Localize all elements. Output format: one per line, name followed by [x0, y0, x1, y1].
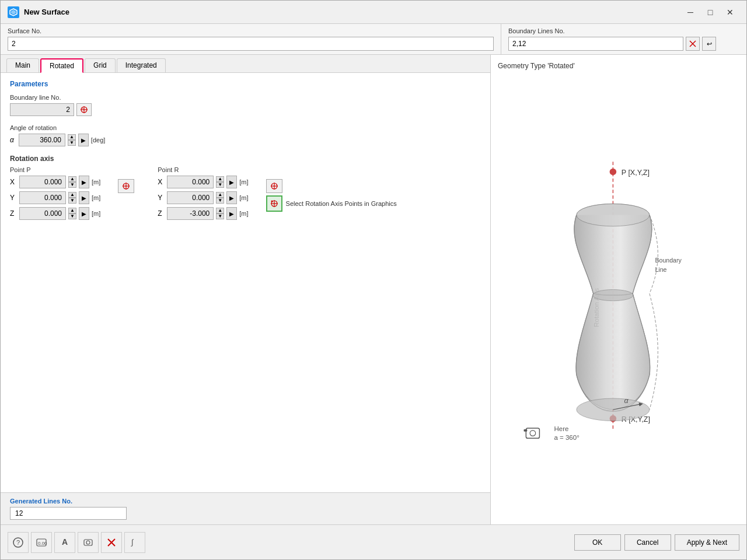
main-window: New Surface ─ □ ✕ Surface No. Boundary L… — [0, 0, 747, 560]
point-r-select-btn[interactable] — [266, 179, 282, 193]
point-r-x-input[interactable] — [167, 176, 214, 188]
cancel-button[interactable]: Cancel — [624, 534, 671, 551]
boundary-line-no-label: Boundary line No. — [10, 94, 481, 101]
point-p-x-label: X — [10, 178, 17, 186]
help-icon-btn[interactable]: ? — [8, 532, 29, 553]
point-p-z-spinner: ▲ ▼ — [68, 208, 76, 219]
parameters-title: Parameters — [10, 80, 481, 88]
point-r-z-input[interactable] — [167, 207, 214, 220]
point-r-z-spin-up[interactable]: ▲ — [216, 208, 224, 214]
point-r-y-input[interactable] — [167, 191, 214, 204]
maximize-button[interactable]: □ — [701, 4, 720, 20]
boundary-line-no-row — [10, 103, 481, 116]
point-r-x-spin-down[interactable]: ▼ — [216, 182, 224, 188]
close-button[interactable]: ✕ — [721, 4, 739, 20]
text-icon-btn[interactable]: A — [54, 532, 75, 553]
point-p-z-row: Z ▲ ▼ ▶ [m] — [10, 207, 100, 220]
svg-point-19 — [610, 168, 617, 175]
alpha-symbol: α — [10, 136, 14, 144]
svg-text:0.00: 0.00 — [38, 541, 47, 546]
angle-spinner: ▲ ▼ — [68, 134, 76, 146]
point-p-y-row: Y ▲ ▼ ▶ [m] — [10, 191, 100, 204]
boundary-lines-undo-btn[interactable]: ↩ — [702, 37, 716, 51]
angle-rotation-input[interactable] — [19, 134, 65, 146]
points-row: Point P X ▲ ▼ ▶ [m] — [10, 166, 481, 223]
boundary-lines-row: ↩ — [508, 37, 739, 51]
point-p-y-input[interactable] — [19, 191, 66, 204]
point-p-x-spin-up[interactable]: ▲ — [68, 176, 76, 182]
generated-lines-input[interactable] — [10, 507, 127, 520]
svg-text:Boundary: Boundary — [655, 257, 682, 264]
surface-no-input[interactable] — [8, 37, 494, 51]
delete-icon-btn[interactable] — [101, 532, 122, 553]
point-p-z-input[interactable] — [19, 207, 66, 220]
point-p-select-btn[interactable] — [118, 179, 134, 193]
point-r-x-spinner: ▲ ▼ — [216, 176, 224, 188]
minimize-button[interactable]: ─ — [681, 4, 700, 20]
angle-spin-up[interactable]: ▲ — [68, 134, 76, 140]
boundary-lines-panel: Boundary Lines No. ↩ — [501, 24, 746, 54]
point-r-z-label: Z — [158, 209, 165, 218]
point-r-z-spin-down[interactable]: ▼ — [216, 214, 224, 219]
point-p-x-arrow[interactable]: ▶ — [79, 176, 89, 188]
point-p-x-spin-down[interactable]: ▼ — [68, 182, 76, 188]
view-icon-btn[interactable] — [78, 532, 99, 553]
point-r-x-arrow[interactable]: ▶ — [226, 176, 237, 188]
point-r-label: Point R — [158, 166, 248, 173]
parameters-area: Parameters Boundary line No. — [1, 73, 490, 492]
point-p-z-spin-down[interactable]: ▼ — [68, 214, 76, 219]
tab-integrated[interactable]: Integrated — [117, 58, 166, 72]
point-p-y-spin-down[interactable]: ▼ — [68, 198, 76, 204]
point-r-y-label: Y — [158, 194, 165, 202]
point-r-y-arrow[interactable]: ▶ — [226, 191, 237, 204]
app-icon — [8, 6, 19, 18]
point-r-y-spin-down[interactable]: ▼ — [216, 198, 224, 204]
surface-no-panel: Surface No. — [1, 24, 501, 54]
coordinates-icon-btn[interactable]: 0.00 — [31, 532, 52, 553]
boundary-lines-select-btn[interactable] — [686, 37, 700, 51]
angle-rotation-label: Angle of rotation — [10, 124, 481, 131]
point-p-y-arrow[interactable]: ▶ — [79, 191, 89, 204]
rotation-axis-label: Rotation axis — [10, 155, 481, 163]
tab-grid[interactable]: Grid — [85, 58, 116, 72]
svg-text:A: A — [62, 537, 68, 547]
angle-unit: [deg] — [91, 136, 105, 144]
boundary-line-no-input[interactable] — [10, 103, 74, 116]
tab-main[interactable]: Main — [6, 58, 39, 72]
point-r-x-row: X ▲ ▼ ▶ [m] — [158, 176, 248, 188]
svg-text:∫: ∫ — [131, 538, 134, 547]
point-r-z-arrow[interactable]: ▶ — [226, 207, 237, 220]
tab-rotated[interactable]: Rotated — [40, 58, 83, 73]
point-r-z-row: Z ▲ ▼ ▶ [m] — [158, 207, 248, 220]
geometry-diagram: P [X,Y,Z] R [X,Y,Z] Rotation Axis Bounda… — [514, 150, 724, 442]
point-r-y-spin-up[interactable]: ▲ — [216, 192, 224, 198]
point-p-y-spin-up[interactable]: ▲ — [68, 192, 76, 198]
point-p-label: Point P — [10, 166, 100, 173]
svg-point-42 — [86, 541, 90, 544]
point-p-z-spin-up[interactable]: ▲ — [68, 208, 76, 214]
boundary-lines-input[interactable] — [508, 37, 683, 51]
angle-arrow-btn[interactable]: ▶ — [78, 134, 89, 146]
point-r-y-row: Y ▲ ▼ ▶ [m] — [158, 191, 248, 204]
content-area: Surface No. Boundary Lines No. ↩ — [1, 24, 746, 559]
point-p-x-input[interactable] — [19, 176, 66, 188]
svg-point-17 — [271, 201, 273, 202]
bottom-icons: ? 0.00 A — [8, 532, 574, 553]
action-buttons: OK Cancel Apply & Next — [574, 534, 739, 551]
point-r-select-area: Select Rotation Axis Points in Graphics — [266, 166, 397, 223]
bottom-bar: ? 0.00 A — [1, 524, 746, 559]
geometry-type-title: Geometry Type 'Rotated' — [498, 62, 739, 70]
point-p-select-area — [118, 166, 140, 223]
boundary-line-select-btn[interactable] — [76, 103, 92, 116]
svg-point-27 — [577, 204, 650, 226]
apply-next-button[interactable]: Apply & Next — [675, 534, 739, 551]
angle-spin-down[interactable]: ▼ — [68, 140, 76, 146]
ok-button[interactable]: OK — [574, 534, 621, 551]
svg-rect-33 — [526, 428, 539, 438]
svg-text:α: α — [624, 396, 629, 404]
select-rotation-axis-btn[interactable] — [266, 195, 282, 212]
formula-icon-btn[interactable]: ∫ — [124, 532, 145, 553]
point-p-z-arrow[interactable]: ▶ — [79, 207, 89, 220]
point-r-x-spin-up[interactable]: ▲ — [216, 176, 224, 182]
select-rotation-points-area: Select Rotation Axis Points in Graphics — [266, 195, 397, 212]
